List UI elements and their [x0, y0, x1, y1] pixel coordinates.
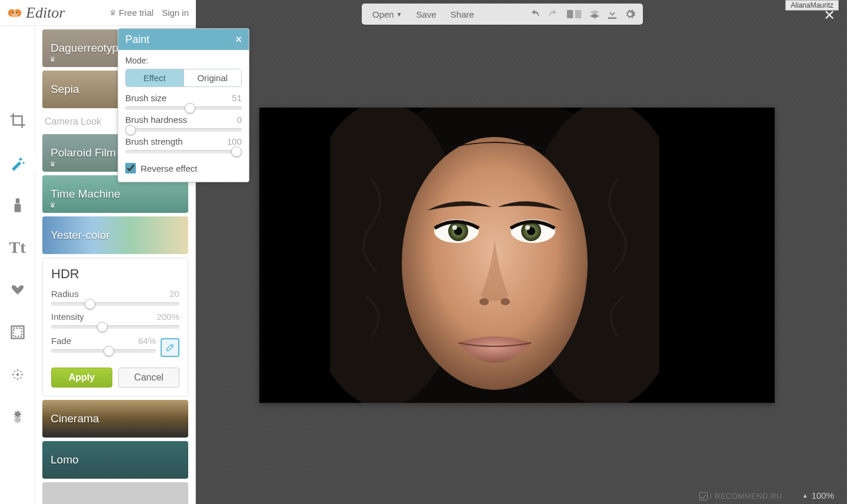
svg-point-16 — [14, 377, 15, 378]
svg-point-2 — [11, 10, 18, 16]
svg-rect-19 — [575, 10, 581, 18]
portrait-placeholder — [330, 108, 659, 403]
hdr-intensity-label: Intensity — [51, 312, 84, 322]
paint-popup-title: Paint — [125, 34, 149, 46]
thumbs-up-icon — [699, 492, 708, 500]
slider-thumb[interactable] — [104, 346, 114, 356]
open-button[interactable]: Open ▼ — [366, 7, 408, 22]
slider-thumb[interactable] — [125, 125, 136, 135]
reverse-effect-checkbox[interactable] — [125, 163, 136, 173]
text-tool[interactable]: Tt — [5, 235, 30, 260]
hdr-intensity-slider[interactable] — [51, 325, 179, 329]
apply-button[interactable]: Apply — [51, 368, 112, 388]
canvas-area: Open ▼ Save Share — [196, 0, 847, 504]
monkey-logo-icon — [7, 6, 22, 19]
svg-rect-8 — [14, 328, 22, 336]
svg-point-9 — [16, 373, 18, 376]
tool-rail: Tt — [0, 26, 35, 504]
site-watermark: I RECOMMEND.RU — [699, 492, 782, 500]
sign-in-link[interactable]: Sign in — [162, 8, 189, 18]
free-trial-link[interactable]: ♛ Free trial — [109, 8, 154, 18]
mode-original-button[interactable]: Original — [184, 69, 242, 86]
image-stage[interactable] — [259, 108, 775, 403]
hdr-radius-label: Radius — [51, 289, 79, 299]
undo-icon[interactable] — [526, 6, 543, 22]
brush-hardness-label: Brush hardness — [125, 115, 187, 125]
layers-icon[interactable] — [586, 6, 603, 22]
effect-label: Time Machine — [51, 188, 121, 201]
hdr-fade-row: Fade 64% — [51, 336, 156, 346]
effect-tile-yester-color[interactable]: Yester-color — [42, 216, 188, 254]
effect-label: Sepia — [51, 83, 79, 96]
svg-rect-20 — [608, 17, 616, 19]
image-compare-icon[interactable] — [564, 6, 584, 22]
paint-popup-header[interactable]: Paint × — [118, 29, 249, 50]
share-button[interactable]: Share — [445, 7, 480, 22]
effect-tile-more[interactable] — [42, 482, 188, 504]
svg-point-34 — [501, 298, 510, 305]
frames-tool[interactable] — [5, 320, 30, 345]
effect-label: Lomo — [51, 453, 79, 466]
hdr-fade-value: 64% — [138, 336, 156, 346]
svg-rect-6 — [14, 204, 21, 212]
mode-effect-button[interactable]: Effect — [126, 69, 184, 86]
cancel-button[interactable]: Cancel — [118, 368, 179, 388]
svg-point-17 — [20, 377, 21, 378]
hdr-intensity-value: 200% — [157, 312, 179, 322]
slider-thumb[interactable] — [85, 299, 95, 309]
svg-point-11 — [21, 374, 23, 376]
brush-strength-value: 100 — [227, 136, 242, 146]
premium-crown-icon: ♛ — [49, 55, 56, 64]
svg-point-4 — [16, 11, 18, 13]
paint-mode-segment: Effect Original — [125, 69, 242, 87]
svg-point-14 — [14, 371, 15, 372]
hdr-radius-row: Radius 20 — [51, 289, 179, 299]
zoom-value: 100% — [812, 490, 834, 500]
effect-tile-cinerama[interactable]: Cinerama — [42, 400, 188, 438]
crown-icon: ♛ — [109, 8, 116, 17]
svg-point-15 — [20, 371, 21, 372]
app-title: Editor — [26, 4, 65, 22]
effect-label: Polaroid Film — [51, 146, 116, 159]
overlay-close-icon[interactable]: ✕ — [823, 7, 835, 24]
effect-label: Yester-color — [51, 229, 110, 242]
effects-tool[interactable] — [5, 151, 30, 175]
paint-brush-button[interactable] — [161, 338, 179, 357]
download-icon[interactable] — [605, 6, 619, 22]
svg-point-33 — [479, 298, 489, 305]
svg-point-3 — [12, 11, 14, 13]
textures-tool[interactable] — [5, 362, 30, 387]
redo-icon — [545, 6, 562, 22]
settings-gear-icon[interactable] — [622, 6, 638, 22]
chevron-up-icon: ▲ — [802, 492, 808, 499]
brush-strength-slider[interactable] — [125, 150, 242, 153]
hdr-panel: HDR Radius 20 Intensity 200% Fade 64% — [42, 258, 188, 396]
hdr-radius-value: 20 — [169, 289, 179, 299]
close-icon[interactable]: × — [235, 34, 242, 46]
hdr-title: HDR — [51, 266, 179, 282]
slider-thumb[interactable] — [231, 146, 242, 157]
brush-size-value: 51 — [232, 93, 242, 103]
effect-tile-lomo[interactable]: Lomo — [42, 441, 188, 479]
brush-hardness-slider[interactable] — [125, 128, 242, 132]
themes-tool[interactable] — [5, 405, 30, 429]
crop-tool[interactable] — [5, 108, 30, 133]
slider-thumb[interactable] — [97, 322, 108, 332]
brush-strength-label: Brush strength — [125, 136, 183, 146]
svg-point-12 — [16, 369, 18, 371]
svg-point-13 — [16, 378, 18, 380]
overlays-tool[interactable] — [5, 278, 30, 302]
save-button[interactable]: Save — [411, 7, 442, 22]
slider-thumb[interactable] — [185, 103, 195, 114]
zoom-indicator[interactable]: ▲ 100% — [802, 490, 834, 500]
free-trial-label: Free trial — [119, 8, 154, 18]
effect-label: Cinerama — [51, 412, 99, 425]
reverse-effect-row[interactable]: Reverse effect — [125, 163, 242, 173]
effect-label: Daguerreotype — [51, 42, 125, 55]
touchup-tool[interactable] — [5, 193, 30, 218]
hdr-radius-slider[interactable] — [51, 302, 179, 306]
brush-size-slider[interactable] — [125, 106, 242, 110]
hdr-fade-slider[interactable] — [51, 349, 156, 353]
hdr-fade-label: Fade — [51, 336, 71, 346]
premium-crown-icon: ♛ — [49, 201, 56, 209]
